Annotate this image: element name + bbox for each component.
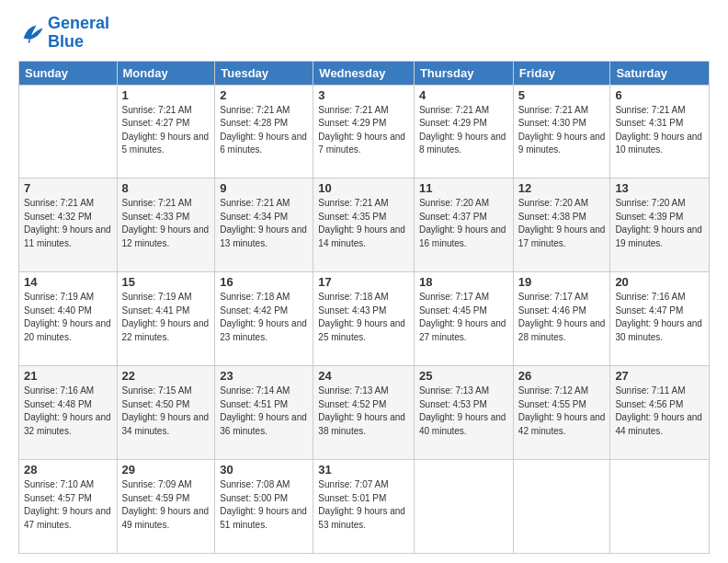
calendar-cell: 25Sunrise: 7:13 AMSunset: 4:53 PMDayligh… [414,366,513,460]
day-number: 8 [122,181,210,195]
calendar-cell: 31Sunrise: 7:07 AMSunset: 5:01 PMDayligh… [313,460,415,554]
logo-icon [18,20,44,46]
day-info: Sunrise: 7:07 AMSunset: 5:01 PMDaylight:… [318,478,409,532]
calendar-cell: 19Sunrise: 7:17 AMSunset: 4:46 PMDayligh… [513,272,610,366]
week-row-3: 14Sunrise: 7:19 AMSunset: 4:40 PMDayligh… [19,272,710,366]
day-number: 12 [518,181,606,195]
calendar-cell: 16Sunrise: 7:18 AMSunset: 4:42 PMDayligh… [215,272,313,366]
day-number: 16 [220,275,308,289]
weekday-header-saturday: Saturday [610,61,710,85]
calendar-cell: 22Sunrise: 7:15 AMSunset: 4:50 PMDayligh… [117,366,215,460]
calendar-cell: 7Sunrise: 7:21 AMSunset: 4:32 PMDaylight… [19,178,118,272]
day-info: Sunrise: 7:11 AMSunset: 4:56 PMDaylight:… [615,385,704,438]
day-number: 13 [615,181,704,195]
day-number: 30 [220,463,308,477]
calendar-cell: 2Sunrise: 7:21 AMSunset: 4:28 PMDaylight… [215,85,313,178]
day-info: Sunrise: 7:20 AMSunset: 4:37 PMDaylight:… [419,197,508,250]
calendar-cell: 18Sunrise: 7:17 AMSunset: 4:45 PMDayligh… [414,272,513,366]
day-number: 19 [518,275,606,289]
day-number: 2 [220,88,308,102]
day-number: 25 [419,369,508,383]
calendar-table: SundayMondayTuesdayWednesdayThursdayFrid… [18,61,710,554]
day-number: 31 [318,463,409,477]
calendar-cell: 10Sunrise: 7:21 AMSunset: 4:35 PMDayligh… [313,178,415,272]
day-number: 18 [419,275,508,289]
calendar-cell: 1Sunrise: 7:21 AMSunset: 4:27 PMDaylight… [117,85,215,178]
day-info: Sunrise: 7:08 AMSunset: 5:00 PMDaylight:… [220,478,308,532]
calendar-cell: 23Sunrise: 7:14 AMSunset: 4:51 PMDayligh… [215,366,313,460]
calendar-cell: 11Sunrise: 7:20 AMSunset: 4:37 PMDayligh… [414,178,513,272]
day-info: Sunrise: 7:17 AMSunset: 4:45 PMDaylight:… [419,291,508,344]
day-info: Sunrise: 7:17 AMSunset: 4:46 PMDaylight:… [518,291,606,344]
day-info: Sunrise: 7:10 AMSunset: 4:57 PMDaylight:… [24,478,112,532]
calendar-cell: 20Sunrise: 7:16 AMSunset: 4:47 PMDayligh… [610,272,710,366]
day-number: 1 [122,88,210,102]
day-number: 14 [24,275,112,289]
day-number: 27 [615,369,704,383]
day-info: Sunrise: 7:12 AMSunset: 4:55 PMDaylight:… [518,385,606,438]
day-number: 29 [122,463,210,477]
weekday-header-thursday: Thursday [414,61,513,85]
day-number: 11 [419,181,508,195]
calendar-cell: 15Sunrise: 7:19 AMSunset: 4:41 PMDayligh… [117,272,215,366]
day-number: 15 [122,275,210,289]
day-info: Sunrise: 7:20 AMSunset: 4:38 PMDaylight:… [518,197,606,250]
weekday-header-sunday: Sunday [19,61,118,85]
calendar-cell: 30Sunrise: 7:08 AMSunset: 5:00 PMDayligh… [215,460,313,554]
day-number: 10 [318,181,409,195]
day-number: 5 [518,88,606,102]
calendar-cell: 6Sunrise: 7:21 AMSunset: 4:31 PMDaylight… [610,85,710,178]
day-info: Sunrise: 7:21 AMSunset: 4:27 PMDaylight:… [122,104,210,157]
weekday-header-friday: Friday [513,61,610,85]
logo-text: General Blue [48,15,109,52]
weekday-header-monday: Monday [117,61,215,85]
day-info: Sunrise: 7:09 AMSunset: 4:59 PMDaylight:… [122,478,210,532]
day-number: 23 [220,369,308,383]
day-number: 17 [318,275,409,289]
calendar-cell: 13Sunrise: 7:20 AMSunset: 4:39 PMDayligh… [610,178,710,272]
calendar-cell: 3Sunrise: 7:21 AMSunset: 4:29 PMDaylight… [313,85,415,178]
day-number: 3 [318,88,409,102]
day-info: Sunrise: 7:19 AMSunset: 4:40 PMDaylight:… [24,291,112,344]
calendar-cell: 4Sunrise: 7:21 AMSunset: 4:29 PMDaylight… [414,85,513,178]
day-info: Sunrise: 7:19 AMSunset: 4:41 PMDaylight:… [122,291,210,344]
day-info: Sunrise: 7:21 AMSunset: 4:33 PMDaylight:… [122,197,210,250]
day-number: 4 [419,88,508,102]
day-number: 28 [24,463,112,477]
calendar-cell [610,460,710,554]
calendar-cell: 24Sunrise: 7:13 AMSunset: 4:52 PMDayligh… [313,366,415,460]
calendar-cell [19,85,118,178]
weekday-header-row: SundayMondayTuesdayWednesdayThursdayFrid… [19,61,710,85]
page: General Blue SundayMondayTuesdayWednesda… [0,0,728,563]
day-info: Sunrise: 7:15 AMSunset: 4:50 PMDaylight:… [122,385,210,438]
day-number: 7 [24,181,112,195]
day-number: 22 [122,369,210,383]
week-row-4: 21Sunrise: 7:16 AMSunset: 4:48 PMDayligh… [19,366,710,460]
day-info: Sunrise: 7:21 AMSunset: 4:35 PMDaylight:… [318,197,409,250]
day-number: 26 [518,369,606,383]
calendar-cell: 28Sunrise: 7:10 AMSunset: 4:57 PMDayligh… [19,460,118,554]
weekday-header-tuesday: Tuesday [215,61,313,85]
day-info: Sunrise: 7:13 AMSunset: 4:52 PMDaylight:… [318,385,409,438]
calendar-cell: 29Sunrise: 7:09 AMSunset: 4:59 PMDayligh… [117,460,215,554]
day-info: Sunrise: 7:16 AMSunset: 4:48 PMDaylight:… [24,385,112,438]
day-info: Sunrise: 7:14 AMSunset: 4:51 PMDaylight:… [220,385,308,438]
week-row-5: 28Sunrise: 7:10 AMSunset: 4:57 PMDayligh… [19,460,710,554]
day-number: 20 [615,275,704,289]
day-info: Sunrise: 7:13 AMSunset: 4:53 PMDaylight:… [419,385,508,438]
calendar-cell: 9Sunrise: 7:21 AMSunset: 4:34 PMDaylight… [215,178,313,272]
day-info: Sunrise: 7:21 AMSunset: 4:28 PMDaylight:… [220,104,308,157]
day-info: Sunrise: 7:18 AMSunset: 4:42 PMDaylight:… [220,291,308,344]
calendar-cell: 12Sunrise: 7:20 AMSunset: 4:38 PMDayligh… [513,178,610,272]
day-number: 24 [318,369,409,383]
day-number: 9 [220,181,308,195]
calendar-cell: 5Sunrise: 7:21 AMSunset: 4:30 PMDaylight… [513,85,610,178]
day-info: Sunrise: 7:20 AMSunset: 4:39 PMDaylight:… [615,197,704,250]
week-row-1: 1Sunrise: 7:21 AMSunset: 4:27 PMDaylight… [19,85,710,178]
day-number: 21 [24,369,112,383]
day-info: Sunrise: 7:16 AMSunset: 4:47 PMDaylight:… [615,291,704,344]
day-info: Sunrise: 7:21 AMSunset: 4:29 PMDaylight:… [419,104,508,157]
calendar-cell: 21Sunrise: 7:16 AMSunset: 4:48 PMDayligh… [19,366,118,460]
calendar-cell: 14Sunrise: 7:19 AMSunset: 4:40 PMDayligh… [19,272,118,366]
day-info: Sunrise: 7:21 AMSunset: 4:29 PMDaylight:… [318,104,409,157]
